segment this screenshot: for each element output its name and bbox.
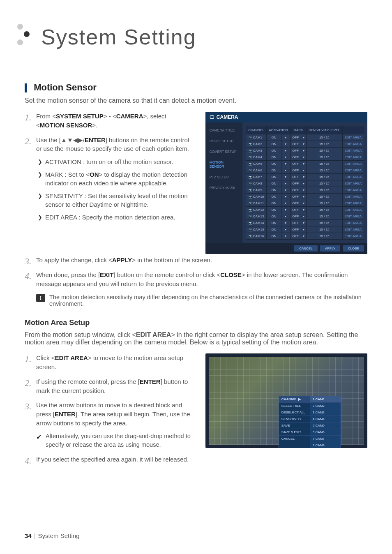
sidebar-item: CAMERA TITLE	[205, 125, 242, 136]
apply-button: APPLY	[320, 245, 340, 252]
table-row-channel: CAM3	[246, 148, 266, 154]
edit-area-link: EDIT AREA	[342, 141, 364, 148]
sidebar-item: PTZ SETUP	[205, 172, 242, 182]
sidebar-item-active: MOTION SENSOR	[205, 157, 242, 172]
note-text: The motion detection sensitivity may dif…	[49, 294, 367, 307]
section-heading: Motion Sensor	[25, 82, 367, 93]
edit-area-link: EDIT AREA	[342, 200, 364, 207]
check-icon: ✔	[36, 432, 42, 442]
warning-icon: !	[36, 294, 45, 302]
edit-area-link: EDIT AREA	[342, 207, 364, 213]
context-menu: CHANNEL ▶ SELECT ALL DESELECT ALL SENSIT…	[279, 396, 341, 448]
table-row-channel: CAM12	[246, 207, 266, 213]
step-item: To apply the change, click <APPLY> in th…	[25, 256, 367, 265]
section-intro: Set the motion sensor of the camera so t…	[25, 97, 367, 104]
table-row-channel: CAM7	[246, 174, 266, 180]
sub-item: ACTIVATION : turn on or off the motion s…	[38, 157, 195, 166]
page-footer: 34|System Setting	[25, 532, 79, 539]
step-item: If using the remote control, press the […	[25, 377, 195, 395]
table-row-channel: CAM15	[246, 226, 266, 233]
motion-area-screenshot: CHANNEL ▶ SELECT ALL DESELECT ALL SENSIT…	[205, 353, 367, 448]
channel-item: 5 CAM5	[310, 422, 341, 429]
table-row-channel: CAM13	[246, 213, 266, 220]
sub-item: SENSITIVITY : Set the sensitivity level …	[38, 192, 195, 209]
camera-settings-screenshot: CAMERA CAMERA TITLE IMAGE SETUP COVERT S…	[205, 112, 367, 254]
step-item: Click <EDIT AREA> to move to the motion …	[25, 353, 195, 372]
edit-area-link: EDIT AREA	[342, 233, 364, 240]
channel-item: 6 CAM6	[310, 429, 341, 436]
table-row-channel: CAM5	[246, 161, 266, 167]
table-row-channel: CAM10	[246, 194, 266, 200]
table-row-channel: CAM16	[246, 233, 266, 240]
table-row-channel: CAM1	[246, 134, 266, 141]
channel-item: 4 CAM4	[310, 416, 341, 422]
sub-item: EDIT AREA : Specify the motion detection…	[38, 213, 195, 222]
page-title: System Setting	[41, 25, 367, 49]
sidebar-item: IMAGE SETUP	[205, 136, 242, 146]
table-row-channel: CAM6	[246, 167, 266, 174]
table-row-channel: CAM2	[246, 141, 266, 148]
table-row-channel: CAM9	[246, 187, 266, 194]
step-item: Use the [▲▼◀▶/ENTER] buttons on the remo…	[25, 136, 195, 222]
close-button: CLOSE	[343, 245, 364, 252]
step-item: If you select the specified area again, …	[25, 455, 195, 464]
channel-item: 8 CAM8	[310, 442, 341, 448]
edit-area-link: EDIT AREA	[342, 148, 364, 154]
edit-area-link: EDIT AREA	[342, 194, 364, 200]
sidebar-item: COVERT SETUP	[205, 146, 242, 157]
camera-table: CHANNEL ACTIVATION MARK SENSITIVITY LEVE…	[246, 126, 364, 240]
subsection-intro: From the motion setup window, click <EDI…	[25, 331, 367, 346]
section-bar-icon	[25, 83, 27, 92]
channel-item: 3 CAM3	[310, 409, 341, 416]
edit-area-link: EDIT AREA	[342, 154, 364, 161]
table-row-channel: CAM8	[246, 180, 266, 187]
step-item: From <SYSTEM SETUP> - <CAMERA>, select <…	[25, 112, 195, 130]
edit-area-link: EDIT AREA	[342, 226, 364, 233]
edit-area-link: EDIT AREA	[342, 167, 364, 174]
table-row-channel: CAM14	[246, 220, 266, 226]
sidebar-item: PRIVACY MASK	[205, 182, 242, 193]
edit-area-link: EDIT AREA	[342, 134, 364, 141]
sub-item: MARK : Set to <ON> to display the motion…	[38, 170, 195, 187]
step-item: Use the arrow buttons to move to a desir…	[25, 401, 195, 449]
cancel-button: CANCEL	[294, 245, 317, 252]
channel-item: 7 CAM7	[310, 436, 341, 442]
window-titlebar: CAMERA	[205, 112, 367, 122]
edit-area-link: EDIT AREA	[342, 180, 364, 187]
edit-area-link: EDIT AREA	[342, 213, 364, 220]
edit-area-link: EDIT AREA	[342, 187, 364, 194]
table-row-channel: CAM11	[246, 200, 266, 207]
edit-area-link: EDIT AREA	[342, 161, 364, 167]
edit-area-link: EDIT AREA	[342, 220, 364, 226]
subsection-heading: Motion Area Setup	[25, 319, 367, 327]
step-item: When done, press the [EXIT] button on th…	[25, 270, 367, 289]
edit-area-link: EDIT AREA	[342, 174, 364, 180]
tip-text: Alternatively, you can use the drag-and-…	[46, 432, 195, 449]
table-row-channel: CAM4	[246, 154, 266, 161]
channel-item: 2 CAM2	[310, 403, 341, 409]
